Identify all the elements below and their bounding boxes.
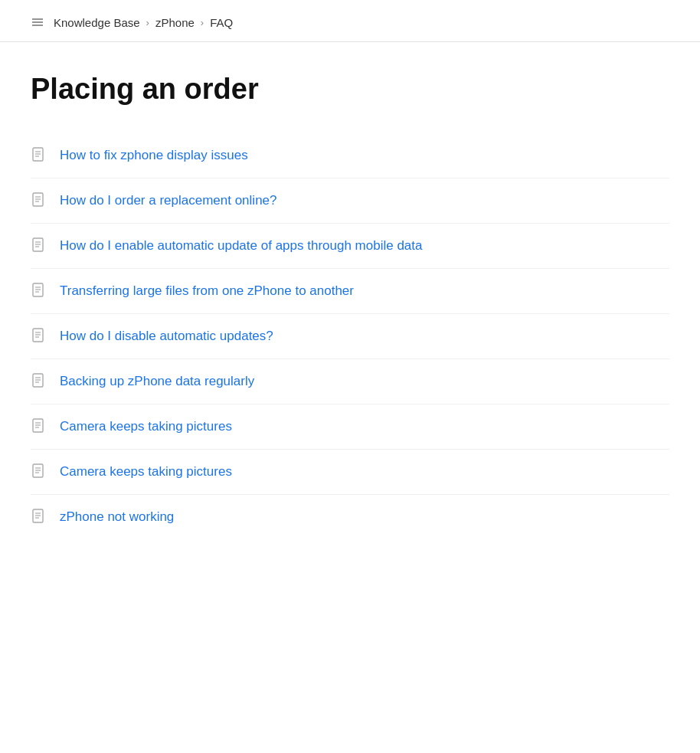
breadcrumb-separator-2: ›: [201, 17, 204, 28]
list-item: zPhone not working: [31, 495, 669, 539]
page-header: Knowledge Base › zPhone › FAQ: [0, 0, 700, 42]
document-icon: [31, 237, 47, 254]
document-icon: [31, 328, 47, 345]
article-link[interactable]: How do I disable automatic updates?: [60, 329, 273, 344]
list-item: How do I order a replacement online?: [31, 178, 669, 224]
list-item: How do I enable automatic update of apps…: [31, 224, 669, 269]
list-item: How do I disable automatic updates?: [31, 314, 669, 359]
document-icon: [31, 509, 47, 525]
breadcrumb-zphone[interactable]: zPhone: [155, 16, 195, 29]
breadcrumb-faq[interactable]: FAQ: [210, 16, 233, 29]
article-link[interactable]: zPhone not working: [60, 509, 174, 525]
article-link[interactable]: How to fix zphone display issues: [60, 148, 248, 163]
article-link[interactable]: Transferring large files from one zPhone…: [60, 283, 354, 299]
article-link[interactable]: Camera keeps taking pictures: [60, 464, 232, 480]
list-item: Camera keeps taking pictures: [31, 450, 669, 495]
list-item: How to fix zphone display issues: [31, 133, 669, 178]
list-item: Backing up zPhone data regularly: [31, 359, 669, 404]
page-title: Placing an order: [31, 73, 669, 106]
document-icon: [31, 373, 47, 390]
document-icon: [31, 192, 47, 209]
breadcrumb-separator-1: ›: [146, 17, 149, 28]
breadcrumb: Knowledge Base › zPhone › FAQ: [31, 15, 669, 29]
document-icon: [31, 147, 47, 164]
main-content: Placing an order How to fix zphone displ…: [0, 42, 700, 570]
article-list: How to fix zphone display issues How do …: [31, 133, 669, 539]
list-item: Transferring large files from one zPhone…: [31, 269, 669, 314]
article-link[interactable]: Backing up zPhone data regularly: [60, 374, 254, 389]
list-item: Camera keeps taking pictures: [31, 404, 669, 450]
document-icon: [31, 463, 47, 480]
breadcrumb-knowledge-base[interactable]: Knowledge Base: [54, 16, 140, 29]
document-icon: [31, 418, 47, 435]
article-link[interactable]: How do I enable automatic update of apps…: [60, 238, 423, 254]
menu-icon: [31, 15, 44, 29]
article-link[interactable]: How do I order a replacement online?: [60, 193, 277, 208]
article-link[interactable]: Camera keeps taking pictures: [60, 419, 232, 434]
document-icon: [31, 283, 47, 300]
